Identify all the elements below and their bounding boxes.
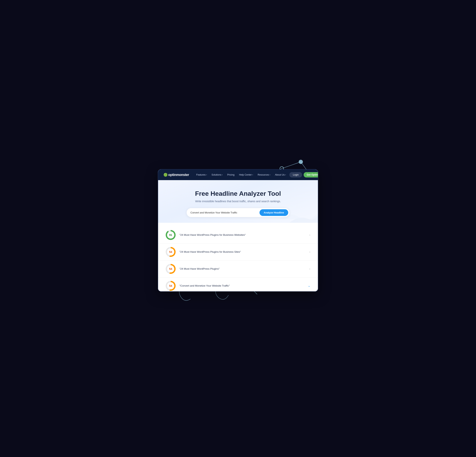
- logo-text: optinmonster: [168, 173, 189, 177]
- result-headline-text: "24 Must Have WordPress Plugins for Busi…: [179, 233, 306, 236]
- result-item[interactable]: 54 "Convert and Monetize Your Website Tr…: [158, 277, 318, 291]
- score-value: 54: [167, 265, 174, 272]
- chevron-down-icon: ▾: [206, 174, 207, 176]
- result-item[interactable]: 91 "24 Must Have WordPress Plugins for B…: [158, 227, 318, 244]
- headline-input[interactable]: [190, 211, 260, 214]
- nav-about-us[interactable]: About Us ▾: [273, 172, 288, 177]
- score-circle-54: 54: [166, 264, 176, 274]
- chevron-right-icon: ›: [309, 250, 310, 254]
- score-circle-54: 54: [166, 247, 176, 257]
- login-button[interactable]: Login: [289, 172, 302, 177]
- navbar: 🟢 optinmonster Features ▾ Solutions ▾ Pr…: [158, 169, 318, 180]
- nav-pricing[interactable]: Pricing: [225, 172, 236, 177]
- result-item[interactable]: 54 "24 Must Have WordPress Plugins for B…: [158, 244, 318, 261]
- hero-section: Free Headline Analyzer Tool Write irresi…: [158, 180, 318, 223]
- hero-decoration: [280, 200, 318, 223]
- chevron-down-icon: ▾: [222, 174, 223, 176]
- score-circle-54: 54: [166, 281, 176, 291]
- nav-features[interactable]: Features ▾: [195, 172, 209, 177]
- nav-solutions[interactable]: Solutions ▾: [210, 172, 224, 177]
- nav-help-center[interactable]: Help Center ▾: [237, 172, 255, 177]
- score-value: 54: [167, 282, 174, 290]
- logo-icon: 🟢: [163, 173, 168, 177]
- result-headline-text: "24 Must Have WordPress Plugins for Busi…: [179, 250, 306, 253]
- score-value: 91: [167, 231, 174, 239]
- chevron-down-icon: ▾: [285, 174, 286, 176]
- chevron-right-icon: ›: [309, 267, 310, 271]
- svg-line-2: [282, 162, 301, 168]
- headline-search-bar: Analyze Headline: [187, 208, 289, 217]
- nav-actions: Login Get OptinMonster: [289, 172, 318, 177]
- score-value: 54: [167, 248, 174, 255]
- chevron-right-icon: ›: [309, 233, 310, 237]
- browser-frame: 🟢 optinmonster Features ▾ Solutions ▾ Pr…: [158, 169, 318, 291]
- chevron-down-icon: ⌄: [308, 284, 310, 288]
- chevron-down-icon: ▾: [252, 174, 253, 176]
- page-wrapper: 🟢 optinmonster Features ▾ Solutions ▾ Pr…: [152, 154, 324, 303]
- nav-resources[interactable]: Resources ▾: [256, 172, 272, 177]
- logo[interactable]: 🟢 optinmonster: [163, 173, 189, 177]
- score-circle-91: 91: [166, 230, 176, 240]
- results-area: 91 "24 Must Have WordPress Plugins for B…: [158, 223, 318, 291]
- result-item[interactable]: 54 "24 Must Have WordPress Plugins" ›: [158, 261, 318, 277]
- chevron-down-icon: ▾: [270, 174, 270, 176]
- result-headline-text: "Convert and Monetize Your Website Traff…: [179, 284, 304, 287]
- svg-point-1: [299, 160, 303, 164]
- page-title: Free Headline Analyzer Tool: [162, 190, 314, 197]
- get-optinmonster-button[interactable]: Get OptinMonster: [304, 172, 318, 177]
- nav-links: Features ▾ Solutions ▾ Pricing Help Cent…: [195, 172, 288, 177]
- result-headline-text: "24 Must Have WordPress Plugins": [179, 267, 306, 270]
